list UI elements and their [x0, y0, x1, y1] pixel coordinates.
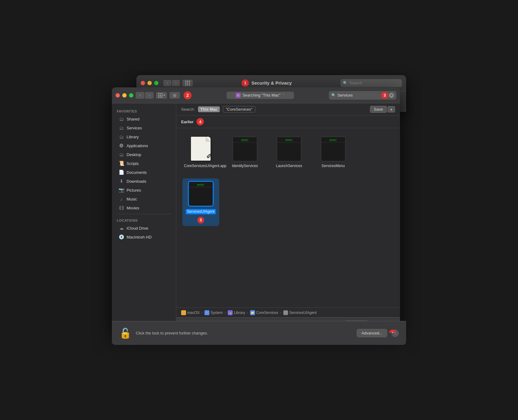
path-sep-2: › — [225, 311, 226, 315]
sidebar-item-applications[interactable]: 🅐 Applications — [114, 141, 174, 150]
identityservices-icon-wrapper: exec — [233, 137, 257, 161]
bg-back-button[interactable]: ‹ — [163, 80, 171, 86]
servicesmenu-label: ServicesMenu — [322, 164, 345, 169]
sidebar-item-movies[interactable]: 🎞 Movies — [114, 204, 174, 212]
location-icon: ⊙ — [236, 93, 241, 98]
sidebar-item-macintosh[interactable]: 💿 Macintosh HD — [114, 233, 174, 241]
titlebar: ‹ › ▾ ⊞ 2 — [112, 87, 400, 103]
file-area: Search: This Mac "CoreServices" Save + E… — [176, 103, 400, 333]
exec-icon-launch: exec — [277, 137, 301, 161]
forward-button[interactable]: › — [145, 92, 154, 99]
content-area: Favorites 🗂 Shared 🗂 Services 🗂 Library … — [112, 103, 400, 333]
services-icon: 🗂 — [119, 125, 124, 131]
file-identityservices[interactable]: exec IdentityServices — [227, 134, 263, 171]
favorites-section-header: Favorites — [112, 107, 176, 114]
sidebar-item-scripts-label: Scripts — [127, 161, 139, 166]
sidebar-item-downloads[interactable]: ⬇ Downloads — [114, 177, 174, 185]
exec-label-menu: exec — [321, 137, 345, 143]
path-library: 📚 Library — [228, 310, 245, 315]
bg-search-box[interactable]: 🔍 Search — [341, 79, 402, 87]
path-button[interactable]: ⊞ — [169, 92, 180, 99]
lock-icon[interactable]: 🔓 — [119, 327, 131, 339]
path-file-label: ServicesUIAgent — [289, 311, 317, 315]
sidebar-item-documents-label: Documents — [127, 170, 147, 175]
sidebar-item-pictures[interactable]: 📷 Pictures — [114, 186, 174, 194]
save-area: Save + — [370, 106, 395, 113]
doc-icon: ✏ — [189, 137, 213, 161]
bg-search-placeholder: Search — [349, 81, 362, 85]
badge-3: 3 — [381, 92, 388, 99]
path-coreservices: 📁 CoreServices — [250, 310, 278, 315]
identityservices-label: IdentityServices — [232, 164, 258, 169]
sidebar-item-scripts[interactable]: 📜 Scripts — [114, 159, 174, 168]
file-servicesuiagent[interactable]: exec ServicesUIAgent 5 — [182, 178, 219, 226]
back-button[interactable]: ‹ — [136, 92, 144, 99]
movies-icon: 🎞 — [119, 205, 124, 211]
search-icon: 🔍 — [343, 81, 348, 85]
bg-grid-button[interactable] — [182, 80, 193, 86]
search-clear-button[interactable]: ✕ — [389, 93, 394, 98]
bg-minimize-button[interactable] — [147, 81, 152, 85]
servicesuiagent-label: ServicesUIAgent — [186, 209, 215, 215]
sidebar: Favorites 🗂 Shared 🗂 Services 🗂 Library … — [112, 103, 176, 333]
traffic-lights — [116, 93, 133, 97]
location-dropdown-text: Searching "This Mac" — [242, 93, 280, 97]
documents-icon: 📄 — [119, 170, 124, 175]
coreservices-chip[interactable]: "CoreServices" — [223, 106, 255, 113]
search-box[interactable]: 🔍 3 ✕ — [329, 91, 396, 100]
file-launchservices[interactable]: exec LaunchServices — [271, 134, 307, 171]
location-dropdown[interactable]: ⊙ Searching "This Mac" ⌃ — [227, 92, 294, 99]
file-coreservicesuiagent[interactable]: ✏ CoreServicesUIAgent.app — [182, 134, 219, 171]
search-chips-bar: Search: This Mac "CoreServices" Save + — [176, 103, 400, 116]
library-path-icon: 📚 — [228, 310, 233, 315]
sidebar-item-shared[interactable]: 🗂 Shared — [114, 115, 174, 123]
grid-icon — [185, 81, 190, 86]
sidebar-item-shared-label: Shared — [127, 117, 139, 121]
locations-section-header: Locations — [112, 216, 176, 223]
close-button[interactable] — [116, 93, 120, 97]
exec-icon-identity: exec — [233, 137, 257, 161]
search-input[interactable] — [337, 93, 380, 97]
titlebar-right: 🔍 3 ✕ — [329, 91, 396, 100]
earlier-label: Earlier — [181, 120, 193, 124]
view-options-button[interactable]: ▾ — [156, 92, 167, 99]
bg-traffic-lights — [141, 81, 158, 85]
exec-icon-ui: exec — [189, 181, 213, 206]
shared-icon: 🗂 — [119, 116, 124, 122]
path-sep-4: › — [280, 311, 281, 315]
music-icon: ♪ — [119, 196, 124, 202]
sidebar-item-pictures-label: Pictures — [127, 188, 141, 193]
this-mac-chip[interactable]: This Mac — [198, 106, 220, 112]
servicesuiagent-icon-wrapper: exec — [188, 181, 214, 207]
search-label: Search: — [181, 107, 195, 112]
coreservicesuiagent-icon-wrapper: ✏ — [189, 137, 213, 161]
bg-maximize-button[interactable] — [154, 81, 158, 85]
sidebar-item-library[interactable]: 🗂 Library — [114, 132, 174, 141]
earlier-section-header: Earlier 4 — [176, 116, 400, 128]
sidebar-item-applications-label: Applications — [127, 143, 148, 148]
sidebar-item-desktop[interactable]: 🗂 Desktop — [114, 150, 174, 159]
minimize-button[interactable] — [122, 93, 127, 97]
status-bar: ◼ macOS › ✕ System › 📚 Library › — [176, 307, 400, 317]
advanced-button[interactable]: Advanced... — [357, 329, 387, 337]
file-servicesmenu[interactable]: exec ServicesMenu — [315, 134, 352, 171]
add-search-button[interactable]: + — [387, 106, 395, 113]
sidebar-item-downloads-label: Downloads — [127, 179, 146, 184]
sidebar-item-icloud[interactable]: ☁ iCloud Drive — [114, 224, 174, 232]
maximize-button[interactable] — [129, 93, 133, 97]
nav-buttons: ‹ › — [136, 92, 154, 99]
path-sep-3: › — [247, 311, 248, 315]
bg-close-button[interactable] — [141, 81, 145, 85]
titlebar-center: ⊙ Searching "This Mac" ⌃ — [192, 92, 329, 99]
sidebar-item-music[interactable]: ♪ Music — [114, 195, 174, 203]
bg-forward-button[interactable]: › — [172, 80, 180, 86]
exec-label-identity: exec — [233, 137, 257, 143]
save-button[interactable]: Save — [370, 106, 387, 113]
coreservicesuiagent-label: CoreServicesUIAgent.app — [184, 164, 218, 169]
badge-4: 4 — [196, 118, 204, 125]
sidebar-item-documents[interactable]: 📄 Documents — [114, 168, 174, 177]
icloud-icon: ☁ — [119, 225, 124, 231]
path-system-label: System — [211, 311, 223, 315]
launchservices-icon-wrapper: exec — [277, 137, 301, 161]
sidebar-item-services[interactable]: 🗂 Services — [114, 124, 174, 132]
